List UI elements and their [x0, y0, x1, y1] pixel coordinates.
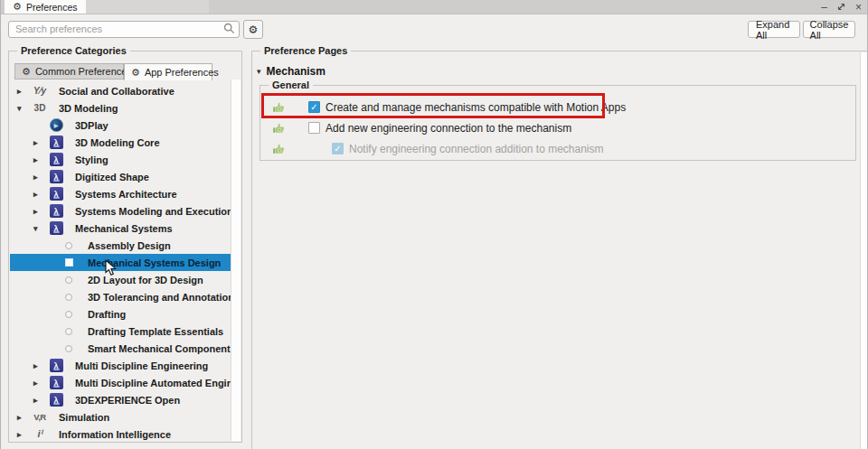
app-icon: λ: [50, 204, 63, 218]
app-icon: λ: [50, 393, 63, 407]
resize-button[interactable]: [837, 3, 845, 11]
gear-icon: ⚙: [249, 23, 259, 36]
tree-item[interactable]: Mechanical Systems Design: [10, 254, 231, 271]
preferences-dialog: ⚙ Preferences – × ⚙ Expand All Collapse …: [0, 0, 868, 449]
group-title: Preference Pages: [260, 45, 351, 56]
tree-item-label: 3DPlay: [75, 120, 108, 131]
tree-item[interactable]: 2D Layout for 3D Design: [10, 271, 231, 288]
search-box: [8, 20, 240, 37]
expander-arrow-icon: ▸: [33, 155, 44, 164]
tree-item[interactable]: ▸ λ Multi Discipline Engineering: [10, 357, 231, 374]
expander-arrow-icon: ▾: [33, 224, 44, 233]
tree-item[interactable]: ▸ λ 3D Modeling Core: [10, 134, 231, 151]
tree-item-label: 3D Modeling Core: [75, 137, 160, 148]
tree-item[interactable]: ▾ 3D 3D Modeling: [10, 99, 231, 117]
sim-icon: V,R: [33, 412, 45, 422]
preference-option-row[interactable]: Add new engineering connection to the me…: [260, 117, 855, 138]
thumb-lock-icon: [272, 143, 285, 155]
mouse-cursor: [105, 259, 117, 280]
search-icon: [223, 23, 235, 34]
info-icon: iⁱ: [37, 428, 42, 440]
tab-common-preferences[interactable]: ⚙ Common Preferences: [14, 63, 124, 80]
tab-title: Preferences: [26, 2, 78, 13]
expander-arrow-icon: ▾: [17, 104, 28, 113]
search-options-button[interactable]: ⚙: [243, 20, 263, 39]
section-label: Mechanism: [267, 65, 326, 78]
gear-icon: ⚙: [22, 66, 31, 78]
expand-all-button[interactable]: Expand All: [748, 21, 800, 38]
preference-option-row[interactable]: ✓ Notify engineering connection addition…: [260, 138, 855, 159]
collapse-all-button[interactable]: Collapse All: [803, 21, 855, 38]
app-icon: λ: [50, 376, 63, 389]
tree-item[interactable]: ▸ λ Multi Discipline Automated Engin...: [10, 374, 231, 391]
tree-item[interactable]: 3D Tolerancing and Annotation: [10, 288, 231, 305]
app-icon: λ: [50, 153, 63, 166]
chevron-down-icon: ▾: [257, 67, 261, 76]
expander-arrow-icon: ▸: [33, 207, 44, 216]
app-icon: λ: [50, 136, 63, 149]
tree-item-label: Mechanical Systems: [75, 223, 173, 234]
tree-item-label: 3DEXPERIENCE Open: [75, 395, 180, 406]
circle-icon: [65, 294, 72, 301]
tree-item[interactable]: ▸ λ Systems Architecture: [10, 185, 231, 202]
app-icon: λ: [50, 221, 63, 235]
square-icon: [65, 258, 73, 267]
red-highlight-box: [261, 93, 605, 118]
tree-item-label: Information Intelligence: [59, 429, 171, 440]
tree-item[interactable]: ▸ λ Systems Modeling and Execution: [10, 202, 231, 220]
tree-item-label: Drafting: [88, 309, 126, 320]
inactive-tab-slot: [82, 0, 209, 14]
tree-item[interactable]: Drafting Template Essentials: [10, 323, 231, 340]
tree-item[interactable]: Assembly Design: [10, 237, 231, 254]
preference-categories-group: Preference Categories ⚙ Common Preferenc…: [8, 51, 242, 443]
preferences-tab[interactable]: ⚙ Preferences: [5, 0, 86, 14]
expander-arrow-icon: ▸: [17, 413, 28, 422]
pages-scrollbar[interactable]: [860, 52, 868, 449]
gear-icon: ⚙: [131, 67, 140, 79]
gear-icon: ⚙: [13, 2, 22, 12]
tree-item-label: Simulation: [59, 412, 109, 423]
minimize-button[interactable]: –: [821, 2, 827, 13]
expander-arrow-icon: ▸: [33, 379, 44, 388]
expander-arrow-icon: ▸: [17, 430, 28, 439]
tree-item-label: Digitized Shape: [75, 172, 149, 182]
circle-icon: [65, 311, 72, 318]
circle-icon: [65, 345, 72, 352]
tree-item-label: Social and Collaborative: [59, 86, 175, 97]
tab-label: App Preferences: [145, 67, 219, 78]
option-label: Add new engineering connection to the me…: [326, 122, 571, 135]
tree-item-label: Systems Modeling and Execution: [75, 206, 231, 217]
thumb-lock-icon: [272, 122, 285, 135]
threeD-icon: 3D: [34, 103, 46, 113]
tree-item[interactable]: ▶ 3DPlay: [10, 117, 231, 134]
tree-item[interactable]: ▸ λ Styling: [10, 151, 231, 168]
tree-item-label: Systems Architecture: [75, 189, 177, 200]
tab-app-preferences[interactable]: ⚙ App Preferences: [124, 63, 212, 80]
search-input[interactable]: [8, 21, 240, 38]
preference-pages-group: Preference Pages ▾ Mechanism General ✓ C…: [251, 51, 868, 449]
tree-item-label: 3D Tolerancing and Annotation: [88, 292, 231, 303]
option-checkbox[interactable]: ✓: [332, 143, 344, 154]
group-title: Preference Categories: [17, 45, 130, 56]
tree-item-label: Multi Discipline Automated Engin...: [75, 378, 231, 388]
expander-arrow-icon: ▸: [33, 361, 44, 370]
mechanism-section-header[interactable]: ▾ Mechanism: [257, 65, 326, 78]
tree-item[interactable]: ▸ V,R Simulation: [10, 408, 231, 426]
title-bar: ⚙ Preferences – ×: [1, 0, 867, 14]
tree-item-label: Assembly Design: [88, 240, 171, 251]
tree-item[interactable]: Smart Mechanical Components: [10, 340, 231, 357]
tree-item[interactable]: ▸ λ 3DEXPERIENCE Open: [10, 391, 231, 408]
expander-arrow-icon: ▸: [33, 190, 44, 199]
tree-item-label: 3D Modeling: [59, 103, 118, 114]
option-checkbox[interactable]: [308, 122, 320, 134]
close-button[interactable]: ×: [855, 2, 862, 13]
expander-arrow-icon: ▸: [33, 396, 44, 405]
tree-item[interactable]: Drafting: [10, 305, 231, 323]
tree-scrollbar[interactable]: [231, 80, 241, 441]
tab-label: Common Preferences: [35, 66, 132, 77]
tree-item[interactable]: ▸ Y⁄y Social and Collaborative: [10, 82, 231, 99]
tree-item[interactable]: ▾ λ Mechanical Systems: [10, 220, 231, 237]
tree-item[interactable]: ▸ λ Digitized Shape: [10, 168, 231, 185]
tree-item[interactable]: ▸ iⁱ Information Intelligence: [10, 426, 231, 441]
circle-icon: [65, 328, 72, 335]
